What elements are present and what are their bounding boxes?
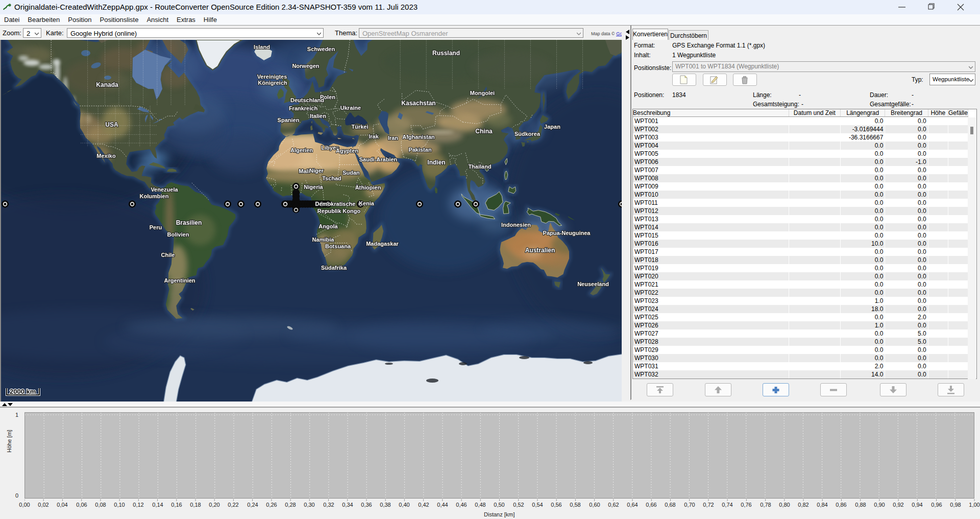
svg-text:Irak: Irak xyxy=(369,133,379,139)
svg-text:Thailand: Thailand xyxy=(468,163,491,170)
svg-text:Ägypten: Ägypten xyxy=(336,148,358,154)
svg-text:Russland: Russland xyxy=(432,50,460,57)
svg-text:Südkorea: Südkorea xyxy=(514,131,541,137)
svg-text:Mongolei: Mongolei xyxy=(470,90,495,96)
svg-text:Venezuela: Venezuela xyxy=(151,186,178,193)
svg-text:Demokratische: Demokratische xyxy=(315,201,356,207)
svg-text:Brasilien: Brasilien xyxy=(176,219,202,226)
svg-text:Papua-Neuguinea: Papua-Neuguinea xyxy=(543,230,591,236)
svg-text:Indien: Indien xyxy=(427,159,445,166)
svg-text:Afghanistan: Afghanistan xyxy=(402,134,435,140)
svg-text:Chile: Chile xyxy=(161,252,175,258)
svg-text:Schweden: Schweden xyxy=(307,46,335,52)
svg-text:Ukraine: Ukraine xyxy=(340,105,361,111)
svg-text:Angola: Angola xyxy=(318,223,338,229)
svg-text:Türkei: Türkei xyxy=(351,124,368,130)
svg-text:2000 km: 2000 km xyxy=(10,388,36,395)
svg-text:Vereinigtes: Vereinigtes xyxy=(257,74,287,80)
svg-text:Pakistan: Pakistan xyxy=(408,147,432,153)
svg-text:Mexiko: Mexiko xyxy=(96,153,116,159)
svg-text:Republik Kongo: Republik Kongo xyxy=(317,208,361,214)
svg-text:Bolivien: Bolivien xyxy=(167,231,189,238)
svg-text:Kanada: Kanada xyxy=(96,81,118,88)
svg-text:Norwegen: Norwegen xyxy=(292,63,319,69)
svg-text:Iran: Iran xyxy=(388,135,398,141)
svg-text:Frankreich: Frankreich xyxy=(289,105,318,111)
svg-text:Äthiopien: Äthiopien xyxy=(355,184,381,191)
svg-text:Spanien: Spanien xyxy=(278,117,300,123)
svg-text:Namibia: Namibia xyxy=(312,237,335,243)
svg-text:Peru: Peru xyxy=(150,224,162,230)
svg-text:Nigeria: Nigeria xyxy=(304,184,323,190)
svg-text:Kenia: Kenia xyxy=(359,200,375,206)
svg-text:Japan: Japan xyxy=(544,124,560,130)
svg-text:Argentinien: Argentinien xyxy=(164,277,195,284)
svg-text:Saudi-Arabien: Saudi-Arabien xyxy=(359,156,398,162)
svg-text:Botsuana: Botsuana xyxy=(325,243,351,249)
svg-text:USA: USA xyxy=(105,121,118,128)
svg-text:Niger: Niger xyxy=(309,168,324,174)
svg-text:Kolumbien: Kolumbien xyxy=(140,193,169,199)
svg-text:Deutschland: Deutschland xyxy=(290,97,324,103)
svg-text:Italien: Italien xyxy=(310,113,326,119)
svg-text:Sudan: Sudan xyxy=(342,170,360,176)
svg-text:Neuseeland: Neuseeland xyxy=(577,281,609,287)
svg-text:Australien: Australien xyxy=(525,247,555,254)
svg-text:Madagaskar: Madagaskar xyxy=(366,241,399,247)
svg-text:Island: Island xyxy=(254,44,270,50)
svg-text:China: China xyxy=(475,128,493,135)
svg-text:Algerien: Algerien xyxy=(290,147,313,153)
svg-text:Königreich: Königreich xyxy=(258,80,287,86)
svg-text:Kasachstan: Kasachstan xyxy=(401,100,435,107)
svg-text:Südafrika: Südafrika xyxy=(321,265,347,271)
svg-text:Mali: Mali xyxy=(299,168,309,174)
svg-text:Indonesien: Indonesien xyxy=(501,222,531,228)
svg-text:Tschad: Tschad xyxy=(322,175,341,181)
